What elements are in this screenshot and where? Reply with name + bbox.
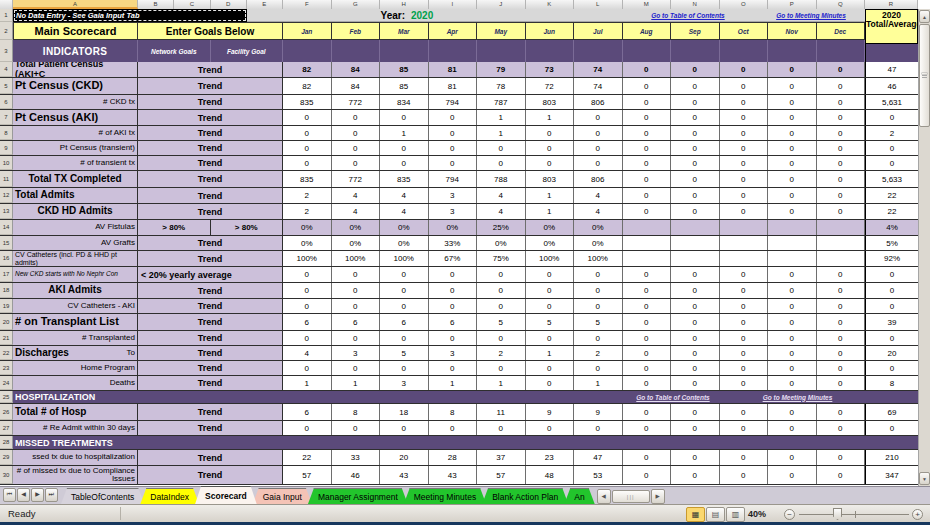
column-header-m[interactable]: M — [623, 0, 672, 9]
value-cell[interactable]: 0 — [623, 62, 672, 77]
value-cell[interactable]: 6 — [283, 314, 332, 330]
value-cell[interactable]: 0 — [671, 78, 720, 94]
total-cell[interactable]: 46 — [865, 78, 918, 94]
facility-goal-cell[interactable]: > 80% — [211, 220, 284, 235]
total-cell[interactable]: 22 — [865, 188, 918, 203]
value-cell[interactable]: 100% — [380, 251, 429, 266]
indicator-label-cell[interactable]: AV Grafts — [13, 236, 138, 250]
value-cell[interactable]: 0 — [283, 141, 332, 155]
indicator-label-cell[interactable]: ssed tx due to hospitalization — [13, 450, 138, 465]
value-cell[interactable]: 3 — [429, 346, 478, 360]
value-cell[interactable]: 0% — [332, 220, 381, 235]
value-cell[interactable]: 0 — [477, 331, 526, 345]
value-cell[interactable]: 0 — [380, 421, 429, 435]
value-cell[interactable]: 0% — [477, 236, 526, 250]
row-number[interactable]: 2 — [0, 22, 13, 40]
page-layout-view-button[interactable]: ▤ — [706, 507, 725, 522]
value-cell[interactable]: 0 — [768, 95, 817, 109]
value-cell[interactable]: 0 — [623, 110, 672, 125]
goal-cell[interactable]: Trend — [138, 236, 283, 250]
value-cell[interactable]: 0 — [380, 331, 429, 345]
value-cell[interactable]: 0 — [526, 126, 575, 140]
value-cell[interactable]: 79 — [477, 62, 526, 77]
value-cell[interactable]: 0 — [817, 171, 866, 187]
value-cell[interactable]: 22 — [283, 450, 332, 465]
value-cell[interactable]: 1 — [477, 126, 526, 140]
indicator-label-cell[interactable]: Total Admits — [13, 188, 138, 203]
value-cell[interactable]: 0 — [768, 283, 817, 298]
last-sheet-button[interactable]: ⏭ — [45, 488, 58, 502]
value-cell[interactable]: 0 — [671, 376, 720, 390]
link-meeting-minutes[interactable]: Go to Meeting Minutes — [755, 9, 867, 22]
value-cell[interactable]: 0 — [623, 78, 672, 94]
value-cell[interactable]: 0 — [720, 62, 769, 77]
value-cell[interactable]: 18 — [380, 404, 429, 420]
value-cell[interactable]: 100% — [526, 251, 575, 266]
value-cell[interactable]: 0 — [817, 346, 866, 360]
total-cell[interactable]: 47 — [865, 62, 918, 77]
value-cell[interactable]: 0 — [671, 204, 720, 219]
value-cell[interactable]: 43 — [380, 466, 429, 484]
column-header-p[interactable]: P — [768, 0, 817, 9]
value-cell[interactable]: 0 — [817, 421, 866, 435]
sheet-tab-gaia-input[interactable]: Gaia Input — [253, 488, 312, 504]
value-cell[interactable]: 4 — [283, 346, 332, 360]
value-cell[interactable]: 0 — [429, 267, 478, 282]
value-cell[interactable]: 0% — [380, 220, 429, 235]
value-cell[interactable]: 67% — [429, 251, 478, 266]
value-cell[interactable]: 6 — [429, 314, 478, 330]
value-cell[interactable]: 0% — [574, 220, 623, 235]
value-cell[interactable]: 0 — [671, 126, 720, 140]
value-cell[interactable]: 85 — [380, 78, 429, 94]
total-cell[interactable]: 0 — [865, 361, 918, 375]
value-cell[interactable]: 0 — [817, 62, 866, 77]
month-header-feb[interactable]: Feb — [332, 22, 381, 40]
value-cell[interactable]: 47 — [574, 450, 623, 465]
value-cell[interactable]: 0 — [429, 361, 478, 375]
value-cell[interactable]: 57 — [283, 466, 332, 484]
link-table-of-contents[interactable]: Go to Table of Contents — [613, 9, 763, 22]
value-cell[interactable]: 0 — [768, 204, 817, 219]
indicator-label-cell[interactable]: AKI Admits — [13, 283, 138, 298]
value-cell[interactable]: 3 — [332, 346, 381, 360]
column-header-e[interactable]: E — [247, 0, 283, 9]
goal-cell[interactable]: Trend — [138, 376, 283, 390]
total-column-purple-cell[interactable] — [865, 44, 918, 62]
value-cell[interactable]: 0 — [574, 156, 623, 170]
value-cell[interactable]: 803 — [526, 171, 575, 187]
value-cell[interactable]: 0 — [720, 188, 769, 203]
value-cell[interactable]: 4 — [332, 204, 381, 219]
value-cell[interactable]: 1 — [477, 110, 526, 125]
value-cell[interactable]: 0 — [720, 126, 769, 140]
facility-goal-header[interactable]: Facility Goal — [211, 40, 284, 62]
value-cell[interactable]: 0 — [526, 376, 575, 390]
month-header-aug[interactable]: Aug — [623, 22, 672, 40]
value-cell[interactable]: 4 — [332, 188, 381, 203]
indicator-label-cell[interactable]: CV Catheters - AKI — [13, 299, 138, 313]
row-number[interactable]: 3 — [0, 40, 13, 62]
value-cell[interactable]: 0 — [283, 331, 332, 345]
row-number[interactable]: 18 — [0, 283, 13, 298]
value-cell[interactable]: 0 — [623, 204, 672, 219]
value-cell[interactable] — [671, 236, 720, 250]
value-cell[interactable]: 0 — [574, 126, 623, 140]
indicator-label-cell[interactable]: AV Fistulas — [13, 220, 138, 235]
value-cell[interactable] — [720, 220, 769, 235]
value-cell[interactable]: 0 — [623, 188, 672, 203]
value-cell[interactable]: 0 — [429, 156, 478, 170]
value-cell[interactable]: 0 — [768, 188, 817, 203]
row-number[interactable]: 12 — [0, 188, 13, 203]
value-cell[interactable]: 78 — [477, 78, 526, 94]
value-cell[interactable] — [720, 251, 769, 266]
value-cell[interactable]: 0 — [429, 299, 478, 313]
goal-cell[interactable]: Trend — [138, 126, 283, 140]
month-header-dec[interactable]: Dec — [817, 22, 866, 40]
value-cell[interactable]: 835 — [380, 171, 429, 187]
value-cell[interactable]: 0 — [332, 267, 381, 282]
row-number[interactable]: 10 — [0, 156, 13, 170]
value-cell[interactable]: 0 — [817, 404, 866, 420]
value-cell[interactable] — [671, 220, 720, 235]
value-cell[interactable]: 0 — [817, 126, 866, 140]
row-number[interactable]: 27 — [0, 421, 13, 435]
value-cell[interactable]: 23 — [526, 450, 575, 465]
